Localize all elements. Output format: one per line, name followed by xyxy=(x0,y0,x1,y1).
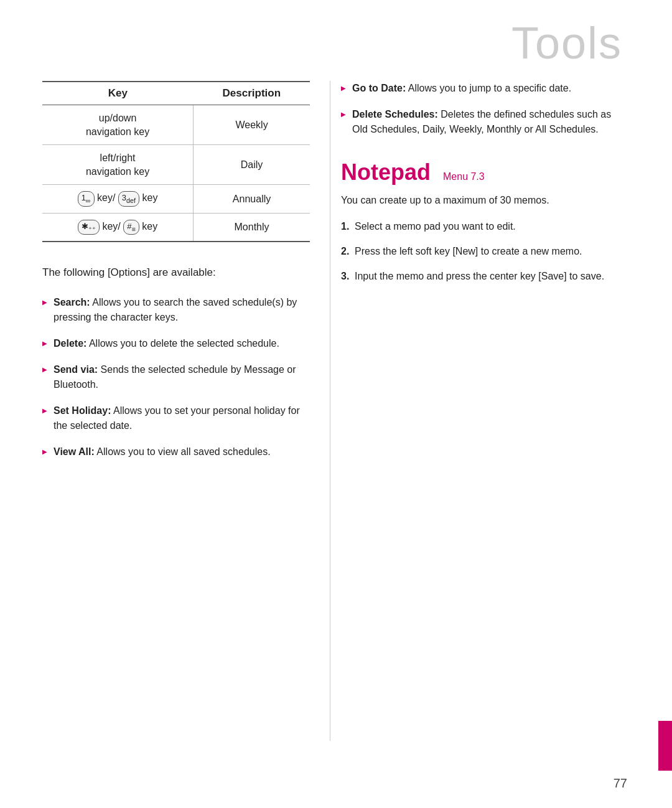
step-text-1: Select a memo pad you want to edit. xyxy=(355,221,516,232)
step-text-2: Press the left soft key [New] to create … xyxy=(355,246,582,256)
list-item: Go to Date: Allows you to jump to a spec… xyxy=(341,81,627,96)
left-bullet-list: Search: Allows you to search the saved s… xyxy=(42,295,310,459)
bullet-label-delete: Delete: xyxy=(54,338,86,349)
step-number-1: 1. xyxy=(341,219,349,234)
bullet-text-delete: Allows you to delete the selected schedu… xyxy=(89,338,279,349)
table-row: 1∞ key/ 3def key Annually xyxy=(42,185,310,213)
list-item: 2. Press the left soft key [New] to crea… xyxy=(341,244,627,259)
list-item: Set Holiday: Allows you to set your pers… xyxy=(42,403,310,433)
key-button-3def: 3def xyxy=(118,191,139,206)
bullet-label-viewall: View All: xyxy=(54,446,95,457)
table-cell-desc-4: Monthly xyxy=(194,213,310,242)
table-cell-key-4: ✱⁺⁺ key/ #≡ key xyxy=(42,213,194,242)
bullet-label-setholiday: Set Holiday: xyxy=(54,405,111,416)
bullet-text-search: Allows you to search the saved schedule(… xyxy=(54,297,297,322)
accent-bar xyxy=(658,721,672,771)
list-item: Delete: Allows you to delete the selecte… xyxy=(42,336,310,351)
table-cell-key-3: 1∞ key/ 3def key xyxy=(42,185,194,213)
options-intro-text: The following [Options] are available: xyxy=(42,265,310,281)
list-item: View All: Allows you to view all saved s… xyxy=(42,444,310,459)
step-number-2: 2. xyxy=(341,244,349,259)
table-cell-key-1: up/downnavigation key xyxy=(42,105,194,145)
table-cell-desc-1: Weekly xyxy=(194,105,310,145)
bullet-label-search: Search: xyxy=(54,297,90,308)
bullet-label-gotodate: Go to Date: xyxy=(352,83,406,93)
bullet-label-deleteschedules: Delete Schedules: xyxy=(352,109,438,120)
notepad-header: Notepad Menu 7.3 xyxy=(341,159,627,186)
key-button-hash: #≡ xyxy=(123,220,139,235)
step-text-3: Input the memo and press the center key … xyxy=(355,271,604,281)
right-column: Go to Date: Allows you to jump to a spec… xyxy=(341,81,627,294)
bullet-text-viewall: Allows you to view all saved schedules. xyxy=(96,446,270,457)
bullet-text-gotodate: Allows you to jump to a specific date. xyxy=(408,83,571,93)
notepad-menu-number: Menu 7.3 xyxy=(443,171,485,182)
bullet-label-sendvia: Send via: xyxy=(54,364,98,375)
key-button-star: ✱⁺⁺ xyxy=(78,220,100,235)
notepad-title: Notepad xyxy=(341,159,431,186)
table-cell-desc-2: Daily xyxy=(194,145,310,185)
right-bullet-list: Go to Date: Allows you to jump to a spec… xyxy=(341,81,627,137)
table-row: ✱⁺⁺ key/ #≡ key Monthly xyxy=(42,213,310,242)
list-item: Delete Schedules: Deletes the defined sc… xyxy=(341,107,627,137)
page-number: 77 xyxy=(614,776,627,791)
table-row: left/rightnavigation key Daily xyxy=(42,145,310,185)
notepad-description: You can create up to a maximum of 30 mem… xyxy=(341,193,627,208)
list-item: Send via: Sends the selected schedule by… xyxy=(42,362,310,392)
list-item: 1. Select a memo pad you want to edit. xyxy=(341,219,627,234)
notepad-steps-list: 1. Select a memo pad you want to edit. 2… xyxy=(341,219,627,284)
list-item: Search: Allows you to search the saved s… xyxy=(42,295,310,325)
list-item: 3. Input the memo and press the center k… xyxy=(341,269,627,284)
column-divider xyxy=(330,81,330,741)
table-cell-desc-3: Annually xyxy=(194,185,310,213)
table-header-key: Key xyxy=(42,82,194,105)
key-button-1oo: 1∞ xyxy=(78,191,95,206)
page-title: Tools xyxy=(511,17,622,68)
step-number-3: 3. xyxy=(341,269,349,284)
table-cell-key-2: left/rightnavigation key xyxy=(42,145,194,185)
table-row: up/downnavigation key Weekly xyxy=(42,105,310,145)
table-header-description: Description xyxy=(194,82,310,105)
left-column: Key Description up/downnavigation key We… xyxy=(42,81,310,471)
key-table: Key Description up/downnavigation key We… xyxy=(42,81,310,242)
